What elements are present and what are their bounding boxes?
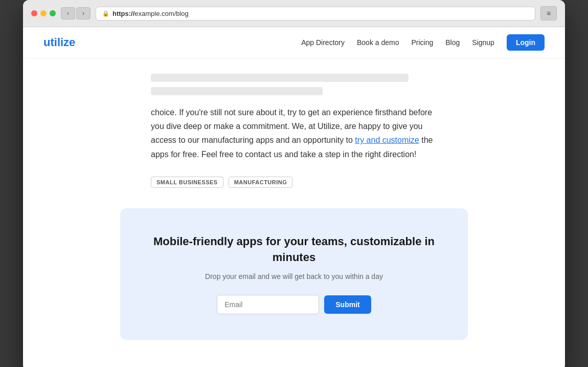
- cta-section: Mobile-friendly apps for your teams, cus…: [120, 208, 468, 340]
- logo: utilize: [43, 36, 75, 49]
- submit-button[interactable]: Submit: [324, 295, 371, 314]
- article-text: choice. If you're still not sure about i…: [151, 105, 437, 161]
- cta-title: Mobile-friendly apps for your teams, cus…: [141, 234, 447, 266]
- traffic-lights: [31, 10, 56, 16]
- tags-section: SMALL BUSINESSES MANUFACTURING: [141, 177, 447, 188]
- back-button[interactable]: ‹: [61, 7, 75, 19]
- page-content: choice. If you're still not sure about i…: [23, 58, 565, 367]
- navbar: utilize App Directory Book a demo Pricin…: [23, 27, 565, 58]
- article-body: choice. If you're still not sure about i…: [141, 105, 447, 161]
- placeholder-bar-2: [151, 87, 323, 95]
- cta-form: Submit: [141, 295, 447, 314]
- browser-chrome: ‹ › 🔒 https://example.com/blog ≡: [23, 0, 565, 27]
- minimize-button[interactable]: [40, 10, 47, 16]
- close-button[interactable]: [31, 10, 37, 16]
- nav-blog[interactable]: Blog: [445, 38, 460, 47]
- email-input[interactable]: [217, 295, 319, 314]
- url-text: https://example.com/blog: [112, 10, 189, 17]
- nav-pricing[interactable]: Pricing: [411, 38, 433, 47]
- nav-signup[interactable]: Signup: [472, 38, 494, 47]
- article-try-customize-link[interactable]: try and customize: [355, 136, 419, 144]
- nav-book-demo[interactable]: Book a demo: [357, 38, 399, 47]
- forward-button[interactable]: ›: [76, 7, 91, 19]
- maximize-button[interactable]: [50, 10, 56, 16]
- content-placeholder: [141, 74, 447, 95]
- browser-menu-button[interactable]: ≡: [540, 6, 557, 20]
- nav-buttons: ‹ ›: [61, 7, 91, 19]
- login-button[interactable]: Login: [507, 34, 545, 51]
- nav-links: App Directory Book a demo Pricing Blog S…: [301, 34, 545, 51]
- tag-small-businesses[interactable]: SMALL BUSINESSES: [151, 177, 223, 188]
- browser-content: utilize App Directory Book a demo Pricin…: [23, 27, 565, 367]
- tag-manufacturing[interactable]: MANUFACTURING: [229, 177, 293, 188]
- url-path: example.com/blog: [134, 10, 189, 17]
- lock-icon: 🔒: [102, 10, 109, 17]
- browser-window: ‹ › 🔒 https://example.com/blog ≡ utilize…: [23, 0, 565, 367]
- nav-app-directory[interactable]: App Directory: [301, 38, 345, 47]
- url-protocol: https://: [112, 10, 134, 17]
- placeholder-bar-1: [151, 74, 409, 82]
- address-bar[interactable]: 🔒 https://example.com/blog: [96, 7, 535, 20]
- cta-subtitle: Drop your email and we will get back to …: [141, 272, 447, 280]
